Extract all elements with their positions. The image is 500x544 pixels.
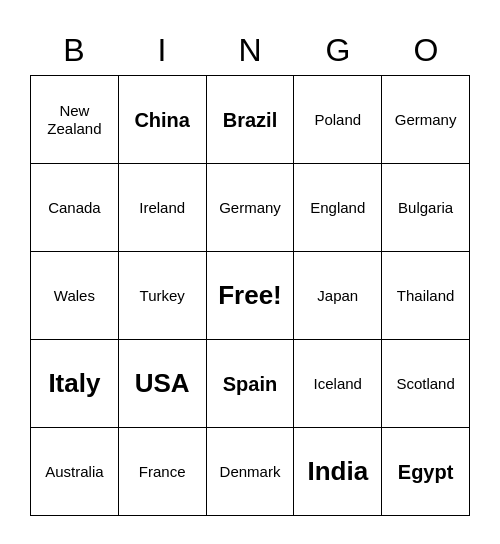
cell-text-2-3: Japan bbox=[317, 287, 358, 305]
header-letter-G: G bbox=[294, 28, 382, 73]
header-letter-I: I bbox=[118, 28, 206, 73]
bingo-grid: New ZealandChinaBrazilPolandGermanyCanad… bbox=[30, 75, 470, 516]
bingo-cell-3-4: Scotland bbox=[382, 340, 470, 428]
bingo-row-3: ItalyUSASpainIcelandScotland bbox=[31, 340, 470, 428]
cell-text-3-3: Iceland bbox=[314, 375, 362, 393]
bingo-row-1: CanadaIrelandGermanyEnglandBulgaria bbox=[31, 164, 470, 252]
bingo-cell-2-2: Free! bbox=[207, 252, 295, 340]
bingo-cell-3-2: Spain bbox=[207, 340, 295, 428]
bingo-cell-0-4: Germany bbox=[382, 76, 470, 164]
bingo-cell-2-0: Wales bbox=[31, 252, 119, 340]
bingo-cell-3-3: Iceland bbox=[294, 340, 382, 428]
cell-text-3-1: USA bbox=[135, 368, 190, 399]
cell-text-1-1: Ireland bbox=[139, 199, 185, 217]
cell-text-0-1: China bbox=[134, 108, 190, 132]
bingo-cell-3-0: Italy bbox=[31, 340, 119, 428]
cell-text-4-2: Denmark bbox=[220, 463, 281, 481]
cell-text-2-1: Turkey bbox=[140, 287, 185, 305]
bingo-cell-0-2: Brazil bbox=[207, 76, 295, 164]
header-letter-N: N bbox=[206, 28, 294, 73]
bingo-cell-1-1: Ireland bbox=[119, 164, 207, 252]
bingo-cell-2-4: Thailand bbox=[382, 252, 470, 340]
bingo-cell-0-1: China bbox=[119, 76, 207, 164]
bingo-cell-3-1: USA bbox=[119, 340, 207, 428]
cell-text-2-0: Wales bbox=[54, 287, 95, 305]
cell-text-4-4: Egypt bbox=[398, 460, 454, 484]
cell-text-2-2: Free! bbox=[218, 280, 282, 311]
cell-text-0-3: Poland bbox=[314, 111, 361, 129]
cell-text-2-4: Thailand bbox=[397, 287, 455, 305]
bingo-cell-2-1: Turkey bbox=[119, 252, 207, 340]
bingo-row-0: New ZealandChinaBrazilPolandGermany bbox=[31, 76, 470, 164]
bingo-cell-4-2: Denmark bbox=[207, 428, 295, 516]
bingo-cell-1-0: Canada bbox=[31, 164, 119, 252]
cell-text-1-3: England bbox=[310, 199, 365, 217]
cell-text-0-2: Brazil bbox=[223, 108, 277, 132]
cell-text-1-2: Germany bbox=[219, 199, 281, 217]
bingo-cell-0-3: Poland bbox=[294, 76, 382, 164]
bingo-cell-2-3: Japan bbox=[294, 252, 382, 340]
cell-text-4-0: Australia bbox=[45, 463, 103, 481]
bingo-row-4: AustraliaFranceDenmarkIndiaEgypt bbox=[31, 428, 470, 516]
bingo-cell-0-0: New Zealand bbox=[31, 76, 119, 164]
cell-text-1-0: Canada bbox=[48, 199, 101, 217]
cell-text-3-2: Spain bbox=[223, 372, 277, 396]
bingo-cell-1-4: Bulgaria bbox=[382, 164, 470, 252]
header-letter-O: O bbox=[382, 28, 470, 73]
bingo-cell-1-3: England bbox=[294, 164, 382, 252]
cell-text-4-1: France bbox=[139, 463, 186, 481]
cell-text-3-4: Scotland bbox=[396, 375, 454, 393]
cell-text-0-4: Germany bbox=[395, 111, 457, 129]
cell-text-0-0: New Zealand bbox=[35, 102, 114, 138]
cell-text-4-3: India bbox=[307, 456, 368, 487]
bingo-row-2: WalesTurkeyFree!JapanThailand bbox=[31, 252, 470, 340]
header-letter-B: B bbox=[30, 28, 118, 73]
bingo-header: BINGO bbox=[30, 28, 470, 73]
bingo-card: BINGO New ZealandChinaBrazilPolandGerman… bbox=[30, 28, 470, 516]
bingo-cell-4-0: Australia bbox=[31, 428, 119, 516]
cell-text-3-0: Italy bbox=[48, 368, 100, 399]
bingo-cell-4-1: France bbox=[119, 428, 207, 516]
bingo-cell-4-3: India bbox=[294, 428, 382, 516]
bingo-cell-1-2: Germany bbox=[207, 164, 295, 252]
cell-text-1-4: Bulgaria bbox=[398, 199, 453, 217]
bingo-cell-4-4: Egypt bbox=[382, 428, 470, 516]
